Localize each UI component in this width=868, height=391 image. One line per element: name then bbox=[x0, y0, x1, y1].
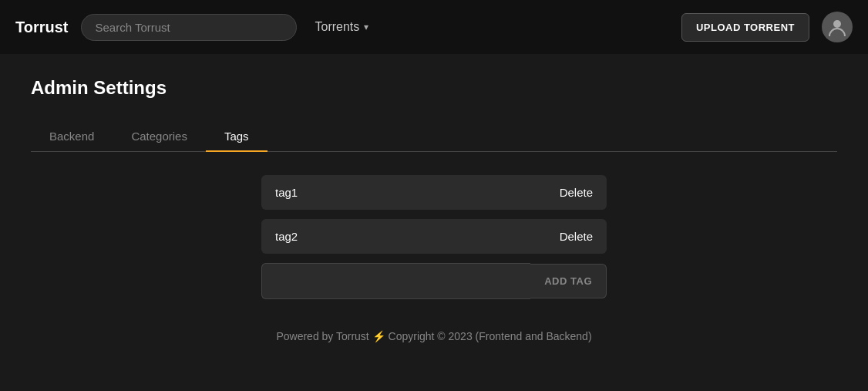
page-title: Admin Settings bbox=[31, 77, 837, 99]
tab-tags[interactable]: Tags bbox=[206, 122, 267, 152]
main-content: Admin Settings Backend Categories Tags t… bbox=[0, 54, 868, 381]
svg-point-0 bbox=[833, 20, 841, 28]
tag-name: tag1 bbox=[275, 186, 298, 199]
footer: Powered by Torrust ⚡ Copyright © 2023 (F… bbox=[31, 299, 837, 358]
tag-row: tag1 Delete bbox=[261, 175, 607, 210]
add-tag-button[interactable]: ADD TAG bbox=[530, 264, 607, 298]
search-input[interactable] bbox=[81, 14, 297, 41]
footer-text: Powered by Torrust ⚡ Copyright © 2023 (F… bbox=[276, 330, 591, 342]
delete-tag-1-button[interactable]: Delete bbox=[560, 186, 593, 199]
torrents-nav-label: Torrents bbox=[315, 20, 360, 34]
torrents-nav[interactable]: Torrents ▾ bbox=[315, 20, 369, 34]
tab-backend[interactable]: Backend bbox=[31, 122, 113, 152]
upload-torrent-button[interactable]: UPLOAD TORRENT bbox=[681, 13, 809, 42]
logo: Torrust bbox=[15, 19, 69, 36]
tag-row: tag2 Delete bbox=[261, 219, 607, 254]
header: Torrust Torrents ▾ UPLOAD TORRENT bbox=[0, 0, 868, 54]
tag-name: tag2 bbox=[275, 230, 298, 243]
chevron-down-icon: ▾ bbox=[364, 22, 368, 32]
add-tag-row: ADD TAG bbox=[261, 263, 607, 299]
add-tag-input[interactable] bbox=[261, 263, 530, 299]
tabs: Backend Categories Tags bbox=[31, 122, 837, 152]
tags-content: tag1 Delete tag2 Delete ADD TAG bbox=[31, 175, 837, 299]
delete-tag-2-button[interactable]: Delete bbox=[560, 230, 593, 243]
tab-categories[interactable]: Categories bbox=[113, 122, 206, 152]
avatar[interactable] bbox=[822, 12, 853, 42]
